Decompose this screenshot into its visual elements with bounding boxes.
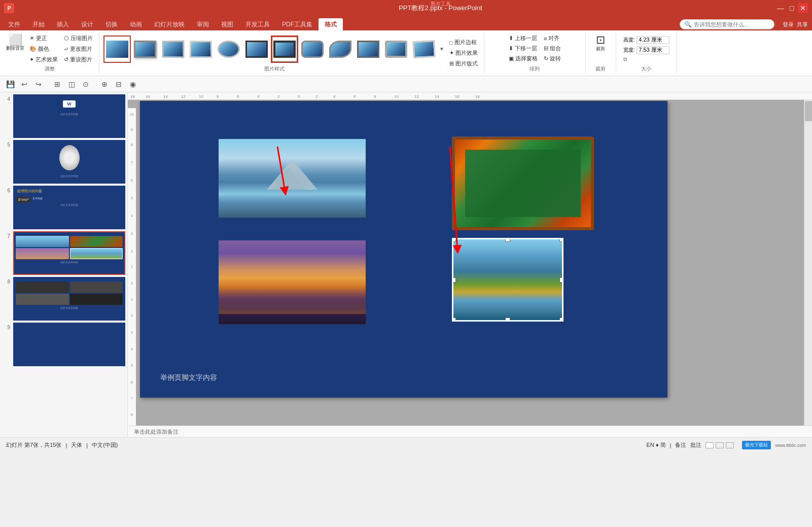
group-btn[interactable]: ⊟ 组合 — [542, 44, 563, 53]
handle-tr[interactable] — [559, 238, 563, 242]
chalkboard — [465, 150, 581, 217]
slide-thumb-8[interactable]: 8 幻灯片文字内容 — [2, 277, 125, 321]
tab-home[interactable]: 开始 — [26, 18, 51, 30]
view-slide-btn[interactable] — [726, 442, 734, 448]
search-input[interactable] — [694, 21, 770, 27]
view-outline-btn[interactable] — [716, 442, 724, 448]
align-btn[interactable]: ≡ 对齐 — [542, 33, 563, 43]
remove-bg-btn[interactable]: ⬜ 删除背景 — [4, 33, 26, 52]
border-icon: □ — [449, 40, 453, 46]
comment-hint[interactable]: 单击此处添加备注 — [128, 426, 812, 437]
slide-img-lake-selected[interactable]: ↻ — [452, 238, 563, 322]
width-label: 宽度: — [623, 47, 635, 54]
selection-pane-btn[interactable]: ▣ 选择窗格 — [507, 54, 540, 63]
slide-thumb-7[interactable]: 7 幻灯片文字内容 — [2, 231, 125, 275]
share-btn[interactable]: 共享 — [797, 21, 808, 28]
minimize-btn[interactable]: — — [775, 3, 786, 13]
color-btn[interactable]: 🎨 颜色 — [27, 44, 60, 54]
handle-bl[interactable] — [452, 318, 456, 322]
login-btn[interactable]: 登录 — [783, 21, 794, 28]
qa-btn-6[interactable]: ◉ — [127, 78, 139, 90]
pic-effect-btn[interactable]: ✦ 图片效果 — [447, 48, 480, 58]
reset-pic-btn[interactable]: ↺ 重设图片 — [62, 55, 95, 64]
slide-preview-6[interactable]: 处理照片的问题 E=mc² 文字内容 幻灯片文字内容 — [13, 186, 125, 229]
tab-insert[interactable]: 插入 — [51, 18, 75, 30]
vertical-scrollbar[interactable] — [804, 100, 812, 426]
handle-ml[interactable] — [452, 277, 456, 283]
slide-thumb-4[interactable]: 4 W 幻灯片文字内容 — [2, 94, 125, 138]
notes-btn[interactable]: 备注 — [675, 441, 686, 449]
qa-btn-1[interactable]: ⊞ — [51, 78, 63, 90]
tab-format[interactable]: 格式 — [319, 18, 343, 30]
slide-img-city[interactable] — [219, 240, 366, 324]
height-input[interactable] — [637, 36, 669, 44]
qa-btn-3[interactable]: ⊙ — [80, 78, 92, 90]
tab-file[interactable]: 文件 — [2, 18, 26, 30]
pic-style-4[interactable] — [187, 36, 215, 63]
pic-style-5[interactable] — [215, 36, 242, 63]
slide-preview-5[interactable]: 幻灯片文字内容 — [13, 140, 125, 184]
pic-format-btn[interactable]: ⊞ 图片版式 — [447, 59, 480, 68]
handle-tl[interactable] — [452, 238, 456, 242]
pic-style-7[interactable] — [271, 36, 298, 63]
qa-btn-2[interactable]: ◫ — [65, 78, 78, 90]
slide-canvas[interactable]: ↻ 举例页脚文字内容 — [140, 101, 667, 398]
undo-qa-btn[interactable]: ↩ — [18, 78, 30, 90]
slide-thumb-6[interactable]: 6 处理照片的问题 E=mc² 文字内容 幻灯片文字内容 — [2, 186, 125, 229]
maximize-btn[interactable]: □ — [787, 3, 797, 13]
pic-style-10[interactable] — [355, 36, 382, 63]
rotate-btn[interactable]: ↻ 旋转 — [542, 54, 563, 63]
view-normal-btn[interactable] — [705, 442, 714, 448]
handle-mr[interactable] — [559, 277, 563, 283]
slide-preview-8[interactable]: 幻灯片文字内容 — [13, 277, 125, 321]
backward-btn[interactable]: ⬇ 下移一层 — [507, 44, 540, 53]
handle-tc[interactable] — [505, 238, 510, 242]
qa-btn-4[interactable]: ⊕ — [98, 78, 111, 90]
size-expand-btn[interactable]: ⧉ — [623, 56, 627, 62]
redo-qa-btn[interactable]: ↪ — [32, 78, 45, 90]
pic-border-btn[interactable]: □ 图片边框 — [447, 38, 480, 47]
handle-bc[interactable] — [505, 318, 510, 322]
pic-style-9[interactable] — [327, 36, 354, 63]
forward-icon: ⬆ — [509, 35, 513, 42]
slide-preview-9[interactable] — [13, 323, 125, 366]
pic-style-1[interactable] — [103, 36, 131, 63]
handle-br[interactable] — [559, 318, 563, 322]
width-input[interactable] — [637, 46, 669, 54]
gallery-scroll-arrow[interactable]: ▼ — [438, 46, 445, 52]
forward-btn[interactable]: ⬆ 上移一层 — [507, 33, 540, 43]
crop-btn[interactable]: ⊡ 裁剪 — [591, 33, 610, 53]
pic-style-6[interactable] — [243, 36, 270, 63]
close-btn[interactable]: ✕ — [798, 3, 808, 13]
correct-btn[interactable]: ☀ 更正 — [27, 33, 60, 43]
slide-img-mountain[interactable] — [219, 139, 366, 218]
ribbon-search[interactable]: 🔍 — [680, 19, 774, 29]
tab-developer[interactable]: 开发工具 — [239, 18, 276, 30]
tab-transition[interactable]: 切换 — [99, 18, 124, 30]
slide-thumb-9[interactable]: 9 — [2, 323, 125, 366]
save-qa-btn[interactable]: 💾 — [4, 78, 16, 90]
pic-style-2[interactable] — [131, 36, 159, 63]
compress-btn[interactable]: ⬡ 压缩图片 — [62, 33, 95, 43]
pic-style-3[interactable] — [159, 36, 187, 63]
tab-review[interactable]: 审阅 — [191, 18, 215, 30]
pic-style-8[interactable] — [299, 36, 326, 63]
tab-slideshow[interactable]: 幻灯片放映 — [148, 18, 191, 30]
tab-animation[interactable]: 动画 — [124, 18, 148, 30]
qa-btn-5[interactable]: ⊟ — [113, 78, 125, 90]
change-pic-btn[interactable]: ⤾ 更改图片 — [62, 44, 95, 54]
slide-thumb-5[interactable]: 5 幻灯片文字内容 — [2, 140, 125, 184]
vscroll-thumb[interactable] — [805, 101, 812, 121]
tab-pdf[interactable]: PDF工具集 — [276, 18, 319, 30]
pic-style-12[interactable] — [410, 36, 438, 63]
slide-preview-7[interactable]: 幻灯片文字内容 — [13, 231, 125, 275]
ribbon-group-adjust: ⬜ 删除背景 ☀ 更正 🎨 颜色 ✦ 艺术效果 ⬡ — [0, 32, 99, 74]
slide-img-autumn[interactable] — [452, 136, 594, 230]
tab-view[interactable]: 视图 — [215, 18, 239, 30]
comment-btn[interactable]: 批注 — [690, 441, 701, 449]
slide-preview-4[interactable]: W 幻灯片文字内容 — [13, 94, 125, 138]
tab-design[interactable]: 设计 — [75, 18, 99, 30]
pic-style-11[interactable] — [382, 36, 410, 63]
svg-text:6: 6 — [237, 94, 239, 99]
artistic-btn[interactable]: ✦ 艺术效果 — [27, 55, 60, 64]
